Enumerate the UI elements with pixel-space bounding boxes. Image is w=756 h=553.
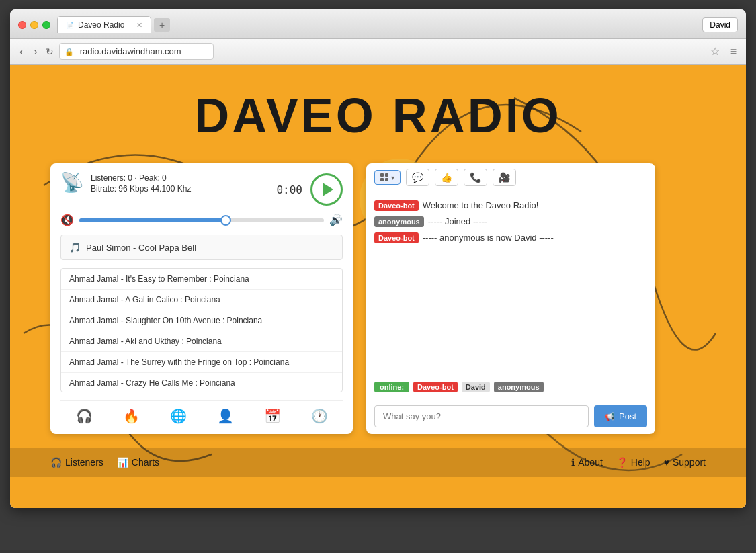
calendar-icon[interactable]: 📅 [264,408,281,424]
message-text: ----- anonymous is now David ----- [423,232,554,243]
player-header: 📡 Listeners: 0 · Peak: 0 Bitrate: 96 Kbp… [60,173,343,206]
user-badge-david: David [462,382,490,392]
player-meta: Listeners: 0 · Peak: 0 Bitrate: 96 Kbps … [91,173,191,195]
list-item[interactable]: Ahmad Jamal - A Gal in Calico : Poincian… [61,290,342,310]
message-text: Welcome to the Daveo Radio! [423,200,538,210]
volume-up-icon[interactable]: 🔊 [329,214,343,226]
url-container: 🔒 [59,43,702,60]
player-bottom-icons: 🎧 🔥 🌐 👤 📅 🕐 [60,400,343,424]
user-badge-davebot: Daveo-bot [413,382,458,392]
post-button[interactable]: 📢 Post [594,405,647,427]
chat-messages: Daveo-botWelcome to the Daveo Radio!anon… [366,192,655,376]
chat-input-row: 📢 Post [366,398,655,434]
user-menu-button[interactable]: David [702,17,738,32]
phone-button[interactable]: 📞 [464,169,487,186]
traffic-lights [18,21,50,29]
playlist[interactable]: Ahmad Jamal - It's Easy to Remember : Po… [60,268,343,392]
minimize-button[interactable] [30,21,38,29]
user-icon[interactable]: 👤 [217,408,234,424]
grid-icon [380,173,388,181]
chat-message: anonymous----- Joined ----- [374,216,647,227]
chat-message: Daveo-bot----- anonymous is now David --… [374,232,647,243]
bookmark-button[interactable]: ☆ [708,45,722,58]
url-lock-icon: 🔒 [65,47,74,56]
chat-input[interactable] [374,405,589,427]
bitrate-label: Bitrate: 96 Kbps 44.100 Khz [91,184,191,194]
message-text: ----- Joined ----- [428,216,488,226]
list-item[interactable]: Ahmad Jamal - It's Easy to Remember : Po… [61,269,342,290]
volume-fill [79,218,226,222]
grid-view-button[interactable]: ▾ [374,170,401,185]
volume-slider[interactable] [79,218,324,222]
headphones-icon[interactable]: 🎧 [76,408,93,424]
player-time: 0:00 [276,183,302,196]
online-users-bar: online: Daveo-bot David anonymous [366,376,655,398]
online-label: online: [374,382,409,392]
now-playing-bar: 🎵 Paul Simon - Cool Papa Bell [60,235,343,260]
close-button[interactable] [18,21,26,29]
chat-panel: ▾ 💬 👍 📞 🎥 Daveo-botWelcome to the Daveo … [366,163,655,434]
nav-bar: ‹ › ↻ 🔒 ☆ ≡ [10,39,746,65]
volume-row: 🔇 🔊 [60,214,343,226]
globe-icon[interactable]: 🌐 [170,408,187,424]
message-badge: Daveo-bot [374,232,419,243]
send-icon: 📢 [605,412,615,421]
url-input[interactable] [59,43,214,60]
thumbs-up-button[interactable]: 👍 [435,169,458,186]
tab-favicon: 📄 [66,22,74,29]
user-badge-anonymous: anonymous [494,382,544,392]
back-button[interactable]: ‹ [17,44,26,59]
mute-icon[interactable]: 🔇 [60,214,74,226]
website-content: DAVEO RADIO 📡 Listeners: 0 · Peak: 0 Bit… [10,65,746,508]
current-track: Paul Simon - Cool Papa Bell [86,243,196,253]
menu-button[interactable]: ≡ [728,46,739,58]
message-badge: anonymous [374,216,424,227]
clock-icon[interactable]: 🕐 [311,408,328,424]
tab-close-button[interactable]: ✕ [136,21,142,30]
music-note-icon: 🎵 [69,242,81,253]
forward-button[interactable]: › [31,44,40,59]
refresh-button[interactable]: ↻ [46,46,54,57]
play-button[interactable] [310,173,343,206]
message-badge: Daveo-bot [374,200,419,211]
title-bar: 📄 Daveo Radio ✕ + David [10,9,746,39]
site-header: DAVEO RADIO [10,65,746,163]
chat-message: Daveo-botWelcome to the Daveo Radio! [374,200,647,211]
video-button[interactable]: 🎥 [493,169,516,186]
fire-icon[interactable]: 🔥 [123,408,140,424]
site-title: DAVEO RADIO [10,88,746,143]
chat-toolbar: ▾ 💬 👍 📞 🎥 [366,163,655,192]
list-item[interactable]: Ahmad Jamal - Aki and Ukthay : Poinciana [61,331,342,352]
browser-window: 📄 Daveo Radio ✕ + David ‹ › ↻ 🔒 ☆ ≡ [10,9,746,508]
tab-title: Daveo Radio [78,20,124,30]
new-tab-button[interactable]: + [154,18,170,32]
list-item[interactable]: Ahmad Jamal - Slaughter On 10th Avenue :… [61,310,342,331]
active-tab[interactable]: 📄 Daveo Radio ✕ [57,16,151,33]
post-button-label: Post [619,411,636,421]
volume-thumb[interactable] [220,215,231,226]
list-item[interactable]: Ahmad Jamal - Crazy He Calls Me : Poinci… [61,373,342,392]
listeners-label: Listeners: 0 · Peak: 0 [91,173,191,183]
play-icon [323,183,333,196]
chat-button[interactable]: 💬 [406,169,429,186]
tab-bar: 📄 Daveo Radio ✕ + [57,16,696,33]
list-item[interactable]: Ahmad Jamal - The Surrey with the Fringe… [61,352,342,373]
player-panel: 📡 Listeners: 0 · Peak: 0 Bitrate: 96 Kbp… [50,163,353,434]
radio-tower-icon: 📡 [60,173,84,192]
chevron-down-icon: ▾ [391,174,394,181]
main-content: 📡 Listeners: 0 · Peak: 0 Bitrate: 96 Kbp… [10,163,746,448]
player-info: 📡 Listeners: 0 · Peak: 0 Bitrate: 96 Kbp… [60,173,191,195]
maximize-button[interactable] [42,21,50,29]
